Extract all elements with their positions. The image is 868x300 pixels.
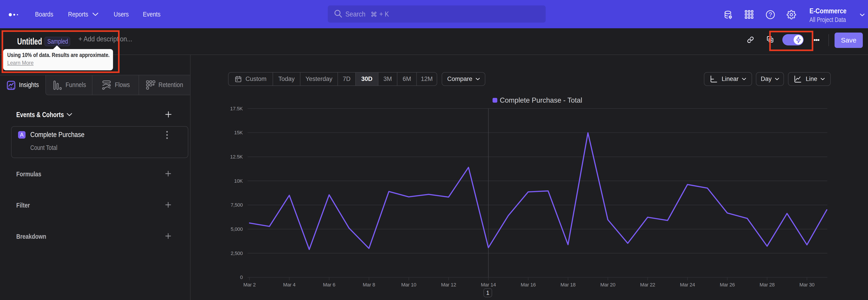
svg-text:15K: 15K <box>234 130 243 136</box>
svg-text:5,000: 5,000 <box>230 226 243 232</box>
svg-text:Mar 24: Mar 24 <box>680 282 695 288</box>
svg-text:7,500: 7,500 <box>230 202 243 208</box>
svg-text:0: 0 <box>240 274 243 280</box>
svg-text:10K: 10K <box>234 178 243 184</box>
svg-text:17.5K: 17.5K <box>230 106 243 112</box>
svg-text:Mar 22: Mar 22 <box>640 282 655 288</box>
svg-text:Mar 6: Mar 6 <box>323 282 336 288</box>
svg-text:Mar 2: Mar 2 <box>243 282 256 288</box>
svg-text:Mar 16: Mar 16 <box>521 282 536 288</box>
svg-text:Mar 30: Mar 30 <box>799 282 814 288</box>
svg-text:Mar 14: Mar 14 <box>481 282 496 288</box>
svg-text:Mar 28: Mar 28 <box>760 282 775 288</box>
svg-text:Mar 18: Mar 18 <box>561 282 576 288</box>
svg-text:Mar 8: Mar 8 <box>363 282 375 288</box>
svg-text:Mar 12: Mar 12 <box>441 282 456 288</box>
svg-text:Mar 26: Mar 26 <box>720 282 735 288</box>
svg-text:2,500: 2,500 <box>230 250 243 256</box>
svg-text:Mar 4: Mar 4 <box>283 282 296 288</box>
svg-text:Mar 20: Mar 20 <box>600 282 616 288</box>
svg-text:Mar 10: Mar 10 <box>401 282 416 288</box>
svg-text:12.5K: 12.5K <box>230 154 243 160</box>
